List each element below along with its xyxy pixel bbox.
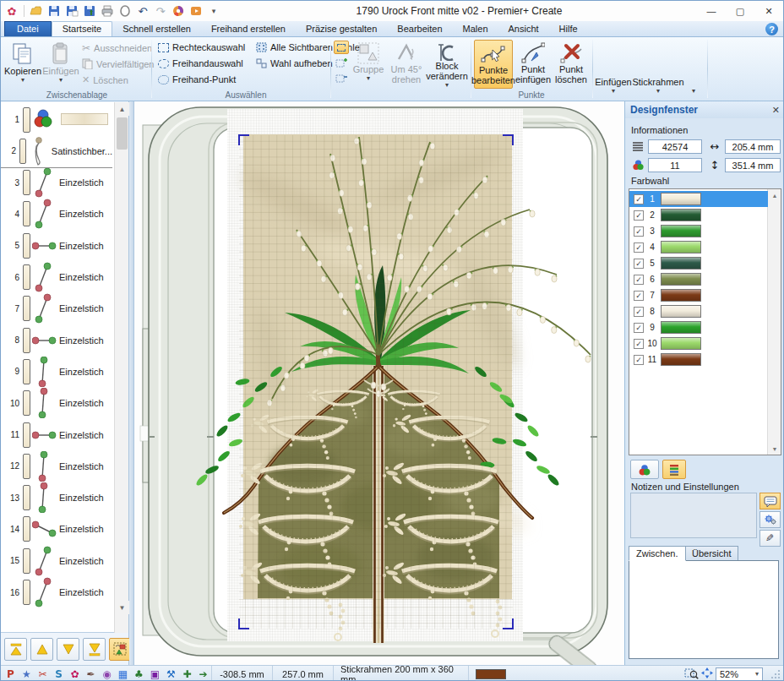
color-checkbox[interactable]: ✓ (634, 275, 644, 285)
color-row[interactable]: ✓ 11 (629, 351, 768, 368)
tab-ansicht[interactable]: Ansicht (498, 22, 549, 36)
ribbon-more-button[interactable] (684, 40, 703, 95)
rect-select-button[interactable]: Rechteckauswahl (158, 42, 245, 52)
color-checkbox[interactable]: ✓ (634, 226, 644, 237)
stitch-list-row[interactable]: 8 Einzelstich (1, 324, 112, 356)
color-row[interactable]: ✓ 5 (629, 255, 768, 271)
replace-selection-button[interactable] (334, 41, 349, 54)
tab-freihand-erstellen[interactable]: Freihand erstellen (201, 22, 296, 36)
design-canvas[interactable] (134, 101, 624, 665)
stitch-list-row[interactable]: 2 Satinstichber... (1, 135, 112, 166)
freehand-point-select-button[interactable]: Freihand-Punkt (158, 74, 236, 84)
move-to-start-button[interactable] (4, 638, 27, 661)
color-checkbox[interactable]: ✓ (634, 323, 644, 333)
tab-praezise-gestalten[interactable]: Präzise gestalten (296, 22, 387, 36)
help-icon[interactable]: ? (765, 23, 778, 35)
tab-schnell-erstellen[interactable]: Schnell erstellen (112, 22, 201, 36)
color-wheel-icon[interactable] (171, 3, 186, 19)
export-icon[interactable] (82, 3, 97, 19)
color-view-button[interactable] (630, 460, 659, 479)
color-list-scrollbar[interactable]: ▲ ▼ (767, 189, 781, 455)
shape-export-icon[interactable] (117, 3, 133, 19)
stitch-list-row[interactable]: 7 Einzelstich (1, 293, 112, 324)
color-checkbox[interactable]: ✓ (634, 259, 644, 269)
insert-design-button[interactable]: Einfügen (595, 40, 632, 95)
edit-points-button[interactable]: Punkte bearbeiten (474, 40, 513, 89)
insert-point-button[interactable]: Punkt einfügen (514, 40, 552, 89)
save-icon[interactable] (46, 3, 62, 19)
stitch-list-row[interactable]: 15 Einzelstich (1, 545, 112, 576)
tab-zwischenablage[interactable]: Zwischen. (629, 546, 686, 561)
remove-from-selection-button[interactable] (334, 71, 349, 84)
minimize-button[interactable]: — (697, 1, 726, 21)
tools-module-icon[interactable]: ⚒ (163, 667, 179, 681)
add-module-icon[interactable]: ✚ (179, 667, 195, 681)
stitch-list-row[interactable]: 5 Einzelstich (1, 230, 112, 261)
color-row[interactable]: ✓ 4 (629, 239, 768, 255)
tab-hilfe[interactable]: Hilfe (549, 22, 588, 36)
stitch-list-row[interactable]: 4 Einzelstich (1, 199, 112, 230)
color-row[interactable]: ✓ 8 (629, 303, 768, 319)
stitch-list-scrollbar[interactable]: ▲ ▼ (114, 102, 128, 633)
notes-box[interactable] (630, 493, 757, 538)
pattern-select-button[interactable] (109, 638, 132, 661)
color-checkbox[interactable]: ✓ (634, 339, 644, 349)
tab-startseite[interactable]: Startseite (52, 21, 112, 36)
color-checkbox[interactable]: ✓ (634, 194, 644, 204)
flower-module-icon[interactable]: ✿ (67, 667, 83, 681)
stitch-list-row[interactable]: 12 Einzelstich (1, 450, 112, 482)
qat-more-icon[interactable]: ▾ (206, 3, 221, 19)
scroll-up-icon[interactable]: ▲ (768, 189, 781, 201)
stitch-list-row[interactable]: 6 Einzelstich (1, 262, 112, 293)
move-later-button[interactable] (57, 638, 79, 661)
freehand-select-button[interactable]: Freihandauswahl (158, 58, 243, 68)
color-checkbox[interactable]: ✓ (634, 307, 644, 317)
hoop-button[interactable]: Stickrahmen (634, 40, 683, 95)
delete-point-button[interactable]: Punkt löschen (553, 40, 589, 89)
zoom-fit-icon[interactable] (700, 667, 714, 681)
maximize-button[interactable]: ▢ (726, 1, 754, 21)
tab-datei[interactable]: Datei (4, 21, 52, 36)
move-earlier-button[interactable] (30, 638, 53, 661)
undo-icon[interactable]: ↶ (135, 3, 150, 19)
scroll-down-icon[interactable]: ▼ (115, 601, 129, 614)
mosaic-module-icon[interactable]: ▦ (115, 667, 131, 681)
scrollbar-thumb[interactable] (117, 117, 128, 150)
film-icon[interactable] (188, 3, 204, 19)
color-row[interactable]: ✓ 7 (629, 287, 768, 303)
needle-module-icon[interactable]: ✒ (83, 667, 99, 681)
panel-close-icon[interactable]: ✕ (772, 105, 780, 116)
stitch-list-row[interactable]: 11 Einzelstich (1, 419, 112, 450)
photo-module-icon[interactable]: ◉ (99, 667, 115, 681)
save-as-icon[interactable] (64, 3, 79, 19)
notes-button[interactable] (760, 493, 781, 509)
stitch-list[interactable]: 1 2 Satinstichber... 3 Einzelstich 4 Ein… (1, 102, 128, 633)
export-module-icon[interactable]: ➔ (195, 667, 211, 681)
color-row[interactable]: ✓ 3 (629, 223, 768, 239)
thread-order-view-button[interactable] (662, 460, 686, 479)
stitch-list-row[interactable]: 3 Einzelstich (1, 167, 112, 199)
settings-button[interactable] (760, 511, 781, 528)
stitch-list-row[interactable]: 16 Einzelstich (1, 577, 112, 608)
color-checkbox[interactable]: ✓ (634, 355, 644, 365)
open-folder-icon[interactable] (29, 3, 44, 19)
move-to-end-button[interactable] (83, 638, 106, 661)
swirl-module-icon[interactable]: S (51, 667, 67, 681)
tab-malen[interactable]: Malen (453, 22, 498, 36)
color-checkbox[interactable]: ✓ (634, 291, 644, 301)
color-row[interactable]: ✓ 2 (629, 207, 768, 223)
tree-module-icon[interactable]: ♣ (131, 667, 147, 681)
zoom-to-rect-icon[interactable] (684, 667, 699, 681)
zoom-level-select[interactable]: 52% ▾ (716, 667, 763, 681)
stitch-list-row[interactable]: 14 Einzelstich (1, 514, 112, 545)
color-checkbox[interactable]: ✓ (634, 210, 644, 221)
stitch-list-row[interactable]: 1 (1, 104, 112, 135)
stitch-list-row[interactable]: 13 Einzelstich (1, 482, 112, 514)
hoop-module-icon[interactable]: ▣ (147, 667, 163, 681)
color-checkbox[interactable]: ✓ (634, 242, 644, 253)
edit-notes-button[interactable]: ✎ (760, 530, 781, 547)
stitch-list-row[interactable]: 10 Einzelstich (1, 388, 112, 419)
add-to-selection-button[interactable] (334, 56, 349, 69)
stitch-list-row[interactable]: 9 Einzelstich (1, 356, 112, 387)
color-select-list[interactable]: ▲ ▼ ✓ 1 ✓ 2 ✓ 3 ✓ 4 ✓ 5 ✓ 6 ✓ 7 (629, 188, 781, 455)
